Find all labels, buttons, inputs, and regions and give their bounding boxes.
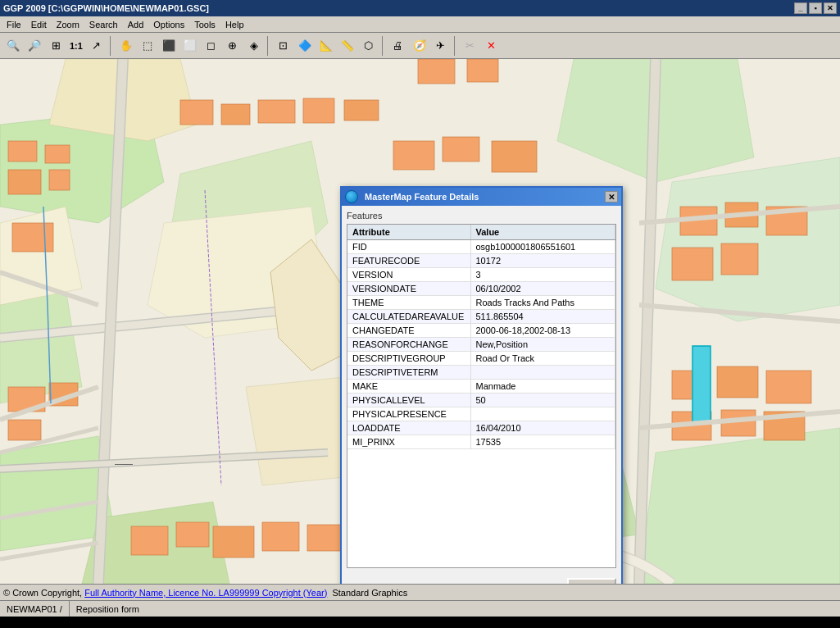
overview-button[interactable]: ⊞	[46, 36, 66, 56]
toolbar-separator-2	[267, 36, 270, 56]
svg-rect-57	[692, 346, 711, 424]
status-copyright: © Crown Copyright, Full Authority Name, …	[0, 588, 840, 598]
svg-rect-30	[8, 420, 41, 440]
svg-rect-33	[258, 100, 295, 123]
svg-rect-34	[303, 98, 334, 123]
svg-rect-24	[45, 145, 70, 163]
tool-3[interactable]: ⬛	[159, 36, 179, 56]
tool-9[interactable]: 🔷	[295, 36, 315, 56]
tool-nav[interactable]: 🧭	[410, 36, 429, 56]
table-row: FEATURECODE10172	[347, 254, 615, 268]
tool-x1[interactable]: ✂	[461, 36, 480, 56]
status-message: Reposition form	[70, 604, 840, 614]
status-bar: © Crown Copyright, Full Authority Name, …	[0, 584, 840, 600]
table-row: PHYSICALPRESENCE	[347, 407, 615, 421]
table-row: REASONFORCHANGENew,Position	[347, 338, 615, 352]
copyright-link[interactable]: Full Authority Name, Licence No. LA99999…	[84, 588, 327, 598]
maximize-button[interactable]: ▪	[809, 2, 822, 14]
attribute-cell: MI_PRINX	[347, 435, 470, 449]
zoom-ratio-label: 1:1	[67, 41, 85, 51]
table-row: VERSIONDATE06/10/2002	[347, 282, 615, 296]
svg-rect-27	[12, 223, 53, 252]
tool-fly[interactable]: ✈	[431, 36, 451, 56]
svg-rect-56	[307, 525, 342, 551]
svg-rect-36	[393, 141, 434, 170]
value-cell: 10172	[470, 254, 615, 268]
attribute-cell: PHYSICALLEVEL	[347, 394, 470, 407]
dialog-titlebar[interactable]: MasterMap Feature Details ✕	[342, 188, 621, 206]
tool-5[interactable]: ◻	[202, 36, 221, 56]
minimize-button[interactable]: _	[794, 2, 807, 14]
title-bar: GGP 2009 [C:\GGPWIN\HOME\NEWMAP01.GSC] _…	[0, 0, 840, 16]
menu-file[interactable]: File	[2, 18, 26, 31]
feature-dialog: MasterMap Feature Details ✕ Features Att…	[340, 186, 623, 584]
attribute-cell: MAKE	[347, 380, 470, 394]
menu-zoom[interactable]: Zoom	[52, 18, 84, 31]
arrow-tool[interactable]: ↗	[87, 36, 107, 56]
attribute-cell: DESCRIPTIVEGROUP	[347, 352, 470, 366]
value-cell: Roads Tracks And Paths	[470, 296, 615, 310]
tool-delete[interactable]: ✕	[482, 36, 502, 56]
status-text: Reposition form	[76, 604, 139, 614]
svg-marker-9	[639, 428, 840, 584]
menu-bar: File Edit Zoom Search Add Options Tools …	[0, 16, 840, 33]
attribute-cell: CALCULATEDAREAVALUE	[347, 310, 470, 324]
svg-rect-53	[176, 522, 209, 547]
svg-rect-32	[221, 104, 250, 125]
close-button[interactable]: ✕	[824, 2, 837, 14]
svg-rect-40	[467, 59, 498, 82]
features-tab-label[interactable]: Features	[347, 211, 616, 221]
svg-rect-47	[717, 366, 758, 398]
value-cell: 06/10/2002	[470, 282, 615, 296]
svg-rect-23	[8, 141, 37, 162]
map-tab[interactable]: NEWMAP01 /	[0, 601, 70, 617]
svg-rect-48	[766, 371, 811, 403]
window-title: GGP 2009 [C:\GGPWIN\HOME\NEWMAP01.GSC]	[3, 3, 209, 13]
table-row: MAKEManmade	[347, 380, 615, 394]
feature-table-body: FIDosgb1000001806551601FEATURECODE10172V…	[347, 240, 615, 449]
map-area[interactable]: — — MasterMap Feature Details ✕ Features…	[0, 59, 840, 584]
svg-rect-39	[418, 59, 455, 84]
attribute-cell: REASONFORCHANGE	[347, 338, 470, 352]
tool-7[interactable]: ◈	[244, 36, 264, 56]
svg-rect-25	[8, 170, 41, 194]
ok-button[interactable]: OK	[567, 578, 616, 584]
svg-rect-45	[721, 243, 758, 275]
svg-rect-44	[672, 248, 713, 280]
toolbar-separator-3	[382, 36, 385, 56]
tool-print[interactable]: 🖨	[388, 36, 408, 56]
col-value-header: Value	[470, 225, 615, 240]
table-row: LOADDATE16/04/2010	[347, 421, 615, 435]
menu-help[interactable]: Help	[220, 18, 249, 31]
menu-add[interactable]: Add	[123, 18, 149, 31]
window-controls[interactable]: _ ▪ ✕	[794, 2, 837, 14]
toolbar-separator-4	[454, 36, 457, 56]
menu-edit[interactable]: Edit	[26, 18, 52, 31]
value-cell: New,Position	[470, 338, 615, 352]
value-cell: 511.865504	[470, 310, 615, 324]
tool-4[interactable]: ⬜	[180, 36, 200, 56]
menu-options[interactable]: Options	[148, 18, 189, 31]
tool-10[interactable]: 📐	[316, 36, 336, 56]
svg-rect-38	[492, 141, 537, 172]
dialog-icon	[345, 190, 358, 203]
select-tool[interactable]: ⬚	[138, 36, 157, 56]
menu-search[interactable]: Search	[84, 18, 123, 31]
tool-8[interactable]: ⊡	[274, 36, 293, 56]
feature-table-container[interactable]: Attribute Value FIDosgb1000001806551601F…	[347, 224, 616, 568]
tool-11[interactable]: 📏	[338, 36, 357, 56]
svg-rect-54	[213, 526, 254, 557]
value-cell: 16/04/2010	[470, 421, 615, 435]
pan-tool[interactable]: ✋	[116, 36, 136, 56]
toolbar: 🔍 🔎 ⊞ 1:1 ↗ ✋ ⬚ ⬛ ⬜ ◻ ⊕ ◈ ⊡ 🔷 📐 📏 ⬡ 🖨 🧭 …	[0, 33, 840, 59]
zoom-out-button[interactable]: 🔎	[25, 36, 44, 56]
table-row: MI_PRINX17535	[347, 435, 615, 449]
svg-rect-52	[131, 526, 168, 555]
tool-6[interactable]: ⊕	[223, 36, 243, 56]
value-cell: Manmade	[470, 380, 615, 394]
zoom-in-button[interactable]: 🔍	[3, 36, 23, 56]
dialog-close-button[interactable]: ✕	[605, 191, 618, 203]
graphics-label: Standard Graphics	[332, 588, 407, 598]
menu-tools[interactable]: Tools	[189, 18, 220, 31]
tool-12[interactable]: ⬡	[359, 36, 379, 56]
